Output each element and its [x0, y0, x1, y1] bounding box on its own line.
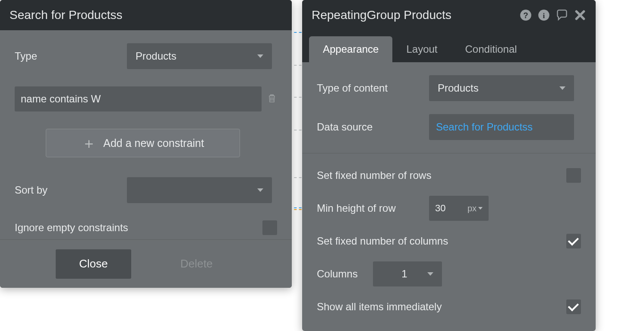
chevron-down-icon — [257, 54, 263, 58]
add-constraint-button[interactable]: ＋ Add a new constraint — [46, 129, 240, 157]
ignore-empty-row: Ignore empty constraints — [15, 220, 277, 235]
delete-button-label: Delete — [180, 257, 213, 271]
show-all-checkbox[interactable] — [566, 299, 581, 314]
sortby-label: Sort by — [15, 184, 127, 196]
tab-conditional-label: Conditional — [465, 43, 517, 55]
trash-icon[interactable] — [267, 92, 277, 106]
constraint-expression[interactable]: name contains W — [15, 86, 262, 111]
fixed-rows-label: Set fixed number of rows — [317, 169, 566, 181]
min-height-row: Min height of row 30 px — [317, 196, 581, 221]
columns-value: 1 — [382, 268, 427, 280]
element-panel-header: RepeatingGroup Products ? i — [302, 0, 596, 30]
show-all-row: Show all items immediately — [317, 299, 581, 314]
element-panel: RepeatingGroup Products ? i Appearance L… — [302, 0, 596, 331]
data-source-value: Search for Productss — [436, 121, 533, 133]
columns-dropdown[interactable]: 1 — [373, 261, 442, 286]
constraint-text: name contains W — [21, 93, 101, 105]
search-panel: Search for Productss Type Products name … — [0, 0, 292, 288]
search-panel-title: Search for Productss — [9, 8, 282, 22]
min-height-unit-text: px — [467, 204, 477, 213]
svg-text:i: i — [543, 11, 545, 20]
type-of-content-dropdown[interactable]: Products — [429, 75, 574, 101]
tab-appearance[interactable]: Appearance — [309, 36, 392, 62]
type-dropdown[interactable]: Products — [127, 43, 272, 69]
ignore-empty-label: Ignore empty constraints — [15, 222, 262, 234]
delete-button[interactable]: Delete — [157, 249, 236, 279]
type-label: Type — [15, 50, 127, 62]
tabs: Appearance Layout Conditional — [302, 30, 596, 62]
info-icon[interactable]: i — [538, 9, 550, 21]
divider — [302, 153, 596, 153]
tab-layout[interactable]: Layout — [392, 36, 451, 62]
ignore-empty-checkbox[interactable] — [262, 220, 277, 235]
min-height-label: Min height of row — [317, 202, 429, 214]
data-source-label: Data source — [317, 121, 429, 133]
add-constraint-label: Add a new constraint — [103, 137, 204, 150]
plus-icon: ＋ — [82, 136, 96, 150]
constraint-row: name contains W — [15, 86, 277, 111]
type-of-content-row: Type of content Products — [317, 75, 581, 101]
header-icons: ? i — [520, 9, 586, 21]
help-icon[interactable]: ? — [520, 9, 532, 21]
comment-icon[interactable] — [556, 9, 568, 21]
min-height-value: 30 — [435, 203, 463, 214]
type-row: Type Products — [15, 43, 277, 69]
sortby-dropdown[interactable] — [127, 177, 272, 203]
min-height-input[interactable]: 30 px — [429, 196, 489, 221]
chevron-down-icon — [478, 207, 483, 210]
sortby-row: Sort by — [15, 177, 277, 203]
type-dropdown-value: Products — [136, 50, 177, 62]
show-all-label: Show all items immediately — [317, 301, 566, 313]
search-panel-header: Search for Productss — [0, 0, 292, 30]
element-panel-title: RepeatingGroup Products — [312, 8, 520, 22]
tab-appearance-label: Appearance — [323, 43, 379, 55]
data-source-value-box[interactable]: Search for Productss — [429, 114, 574, 140]
columns-label: Columns — [317, 268, 373, 280]
close-icon[interactable] — [574, 9, 586, 21]
fixed-rows-checkbox[interactable] — [566, 168, 581, 183]
type-of-content-label: Type of content — [317, 82, 429, 94]
fixed-rows-row: Set fixed number of rows — [317, 168, 581, 183]
svg-text:?: ? — [523, 11, 528, 20]
search-panel-footer: Close Delete — [0, 239, 292, 288]
min-height-unit[interactable]: px — [467, 204, 483, 213]
element-panel-body: Type of content Products Data source Sea… — [302, 62, 596, 327]
columns-row: Columns 1 — [317, 261, 581, 286]
fixed-cols-checkbox[interactable] — [566, 234, 581, 248]
search-panel-body: Type Products name contains W ＋ Add a ne… — [0, 30, 292, 248]
type-of-content-value: Products — [438, 82, 479, 94]
chevron-down-icon — [257, 188, 263, 192]
close-button-label: Close — [79, 257, 107, 271]
chevron-down-icon — [559, 86, 565, 90]
data-source-row: Data source Search for Productss — [317, 114, 581, 140]
tab-layout-label: Layout — [406, 43, 437, 55]
fixed-cols-row: Set fixed number of columns — [317, 234, 581, 248]
fixed-cols-label: Set fixed number of columns — [317, 235, 566, 247]
tab-conditional[interactable]: Conditional — [451, 36, 531, 62]
close-button[interactable]: Close — [56, 249, 131, 279]
chevron-down-icon — [427, 272, 433, 276]
